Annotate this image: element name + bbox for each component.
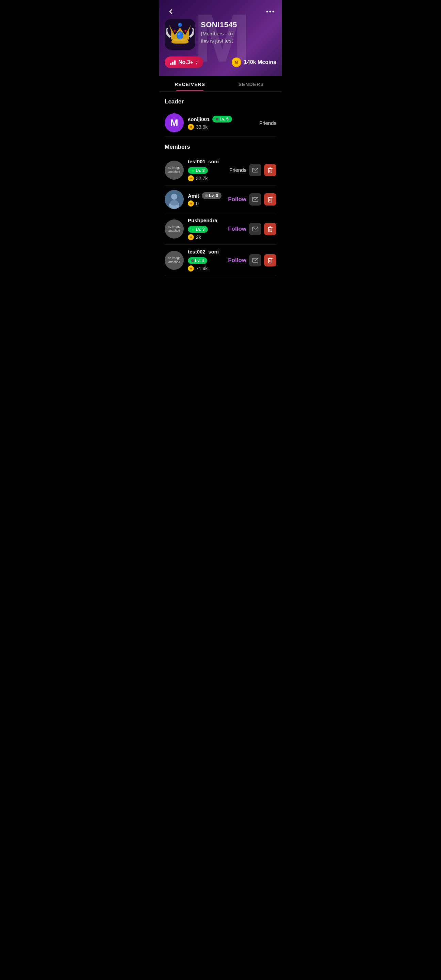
- leader-coins-row: M 33.9k: [188, 124, 255, 130]
- member-delete-button-1[interactable]: [264, 193, 276, 205]
- tab-senders[interactable]: SENDERS: [221, 76, 282, 91]
- member-delete-button-0[interactable]: [264, 164, 276, 176]
- member-coins-1: 0: [196, 201, 199, 206]
- svg-point-11: [178, 23, 182, 27]
- member-message-button-3[interactable]: [249, 254, 261, 266]
- member-coins-row-1: M 0: [188, 200, 224, 207]
- member-delete-button-2[interactable]: [264, 223, 276, 235]
- member-avatar-gray-0: no imageattached: [165, 161, 184, 180]
- member-name-row-0: test001_soni ★ Lv. 3: [188, 159, 225, 174]
- member-coins-row-0: M 32.7k: [188, 175, 225, 181]
- coins-display: M 140k Mcoins: [232, 57, 276, 67]
- more-options-button[interactable]: [264, 5, 276, 18]
- member-row-2: no imageattached Pushpendra ★ Lv. 3 M: [165, 213, 276, 245]
- leader-level-badge: Lv. 5: [212, 116, 232, 123]
- member-coin-icon-1: M: [188, 200, 194, 207]
- svg-rect-26: [269, 169, 272, 173]
- leader-row: M soniji001 Lv. 5 M 33.9k: [165, 109, 276, 137]
- svg-text:M: M: [190, 202, 192, 205]
- member-avatar-gray-2: no imageattached: [165, 220, 184, 239]
- member-level-badge-2: ★ Lv. 3: [188, 226, 208, 233]
- trash-icon-1: [267, 196, 273, 202]
- member-avatar-2[interactable]: no imageattached: [165, 220, 184, 239]
- mail-icon-3: [252, 258, 258, 263]
- rank-badge[interactable]: No.3+ ›: [165, 56, 203, 68]
- svg-point-12: [179, 24, 180, 25]
- rank-bars-icon: [170, 60, 175, 65]
- member-actions-2: Follow: [228, 223, 276, 235]
- member-name-row-2: Pushpendra ★ Lv. 3: [188, 218, 224, 233]
- member-level-dot-3: [191, 259, 194, 262]
- member-username-0: test001_soni: [188, 159, 219, 164]
- member-row-3: no imageattached test002_soni Lv. 4 M: [165, 245, 276, 276]
- tab-receivers[interactable]: RECEIVERS: [159, 76, 221, 91]
- member-level-badge-0: ★ Lv. 3: [188, 167, 208, 174]
- rank-arrow-icon: ›: [196, 60, 198, 65]
- svg-point-15: [173, 38, 187, 41]
- member-level-text-2: Lv. 3: [196, 227, 204, 232]
- member-actions-3: Follow: [228, 254, 276, 266]
- leader-avatar-letter: M: [170, 118, 178, 128]
- member-coins-2: 2k: [196, 234, 201, 240]
- svg-point-14: [185, 30, 186, 32]
- member-avatar-0[interactable]: no imageattached: [165, 161, 184, 180]
- member-coins-row-3: M 71.4k: [188, 266, 224, 272]
- leader-avatar[interactable]: M: [165, 113, 184, 132]
- member-message-button-2[interactable]: [249, 223, 261, 235]
- club-members-count: (Members - 5): [201, 30, 276, 37]
- club-description: this is just test: [201, 38, 276, 43]
- svg-point-0: [266, 11, 268, 13]
- member-level-text-0: Lv. 3: [196, 168, 204, 173]
- svg-rect-57: [269, 259, 272, 263]
- member-message-button-1[interactable]: [249, 193, 261, 205]
- leader-level-dot: [216, 118, 218, 121]
- member-avatar-photo-1: [165, 190, 184, 209]
- member-username-2: Pushpendra: [188, 218, 217, 223]
- main-content: Leader M soniji001 Lv. 5 M: [159, 92, 282, 276]
- member-avatar-1[interactable]: [165, 190, 184, 209]
- member-follow-button-2[interactable]: Follow: [228, 226, 246, 232]
- bar2: [172, 62, 174, 65]
- member-coin-icon-2: M: [188, 234, 194, 240]
- svg-point-1: [269, 11, 271, 13]
- svg-point-2: [272, 11, 274, 13]
- club-name: SONI1545: [201, 21, 276, 29]
- leader-coin-icon: M: [188, 124, 194, 130]
- member-relation-0: Friends: [229, 167, 246, 173]
- svg-text:M: M: [235, 60, 238, 64]
- members-section-label: Members: [165, 137, 276, 154]
- member-follow-button-1[interactable]: Follow: [228, 196, 246, 203]
- member-star-icon-0: ★: [191, 169, 195, 173]
- member-delete-button-3[interactable]: [264, 254, 276, 266]
- member-coins-row-2: M 2k: [188, 234, 224, 240]
- leader-info: soniji001 Lv. 5 M 33.9k: [188, 116, 255, 130]
- banner-nav: [165, 5, 276, 18]
- svg-point-32: [171, 194, 177, 200]
- member-actions-1: Follow: [228, 193, 276, 205]
- member-row-1: Amit Lv. 0 M 0 Follow: [165, 186, 276, 213]
- member-level-badge-1: Lv. 0: [202, 192, 221, 199]
- member-info-3: test002_soni Lv. 4 M 71.4k: [188, 249, 224, 272]
- leader-relation-label: Friends: [259, 120, 276, 126]
- bar1: [170, 63, 172, 65]
- svg-point-10: [178, 33, 180, 35]
- member-follow-button-3[interactable]: Follow: [228, 257, 246, 264]
- leader-name-row: soniji001 Lv. 5: [188, 116, 255, 123]
- member-message-button-0[interactable]: [249, 164, 261, 176]
- mail-icon-1: [252, 197, 258, 202]
- back-button[interactable]: [165, 5, 177, 18]
- coin-icon: M: [232, 57, 241, 67]
- svg-text:M: M: [190, 177, 192, 180]
- svg-text:M: M: [190, 267, 192, 270]
- svg-rect-39: [269, 198, 272, 202]
- coins-text: 140k Mcoins: [244, 59, 276, 65]
- member-avatar-3[interactable]: no imageattached: [165, 251, 184, 270]
- leader-username: soniji001: [188, 116, 210, 122]
- trash-icon-3: [267, 257, 273, 263]
- club-avatar: [165, 19, 195, 50]
- leader-level-text: Lv. 5: [220, 117, 228, 121]
- bar3: [174, 60, 175, 65]
- tabs-bar: RECEIVERS SENDERS: [159, 76, 282, 92]
- member-row-0: no imageattached test001_soni ★ Lv. 3 M: [165, 154, 276, 186]
- member-avatar-gray-3: no imageattached: [165, 251, 184, 270]
